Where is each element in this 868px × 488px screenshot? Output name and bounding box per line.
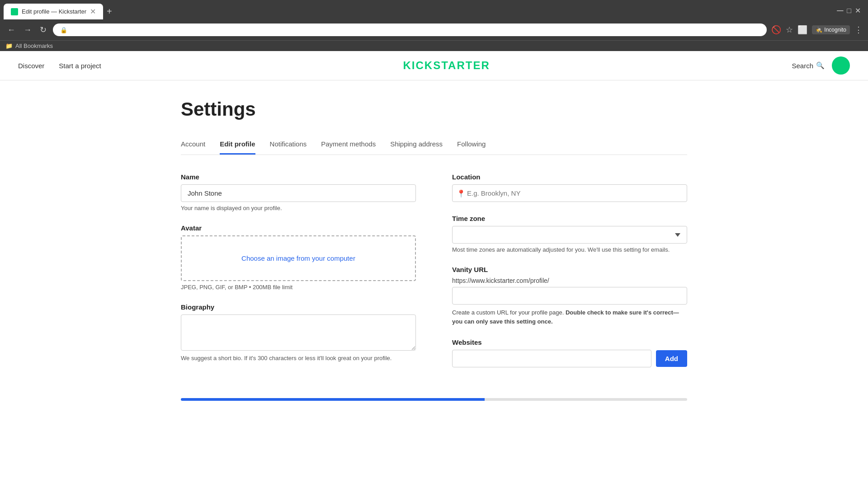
- user-avatar[interactable]: [832, 56, 850, 75]
- scroll-progress-bar: [181, 398, 687, 401]
- nav-left: Discover Start a project: [18, 62, 101, 70]
- bookmarks-label: All Bookmarks: [15, 42, 53, 49]
- search-label: Search: [792, 62, 813, 70]
- vanity-url-input[interactable]: [452, 287, 687, 305]
- nav-right: Search 🔍: [792, 56, 850, 75]
- incognito-badge: 🕵️ Incognito: [812, 25, 850, 34]
- biography-group: Biography We suggest a short bio. If it'…: [181, 303, 416, 361]
- websites-input[interactable]: [452, 350, 651, 367]
- avatar-hint: JPEG, PNG, GIF, or BMP • 200MB file limi…: [181, 284, 416, 291]
- avatar-upload-link[interactable]: Choose an image from your computer: [241, 254, 355, 262]
- maximize-button[interactable]: □: [847, 7, 851, 15]
- timezone-select[interactable]: [452, 226, 687, 244]
- search-button[interactable]: Search 🔍: [792, 61, 825, 70]
- avatar-group: Avatar Choose an image from your compute…: [181, 224, 416, 291]
- bookmarks-folder-icon: 📁: [5, 42, 13, 49]
- close-window-button[interactable]: ✕: [855, 6, 861, 15]
- close-tab-icon[interactable]: ✕: [90, 7, 96, 16]
- bookmark-icon[interactable]: ☆: [786, 25, 793, 35]
- discover-link[interactable]: Discover: [18, 62, 44, 70]
- name-hint: Your name is displayed on your profile.: [181, 205, 416, 211]
- bookmarks-bar: 📁 All Bookmarks: [0, 40, 868, 51]
- menu-icon[interactable]: ⋮: [854, 25, 863, 35]
- location-icon: 📍: [457, 189, 466, 197]
- lock-icon: 🔒: [60, 27, 67, 33]
- name-group: Name Your name is displayed on your prof…: [181, 173, 416, 211]
- browser-actions: 🚫 ☆ ⬜ 🕵️ Incognito ⋮: [771, 25, 863, 35]
- biography-hint: We suggest a short bio. If it's 300 char…: [181, 355, 416, 361]
- left-column: Name Your name is displayed on your prof…: [181, 173, 416, 380]
- tab-favicon: [11, 8, 18, 15]
- new-tab-button[interactable]: +: [103, 5, 116, 19]
- vanity-url-group: Vanity URL https://www.kickstarter.com/p…: [452, 266, 687, 326]
- name-input[interactable]: [181, 184, 416, 202]
- settings-container: Settings Account Edit profile Notificati…: [163, 80, 705, 437]
- biography-textarea[interactable]: [181, 314, 416, 351]
- avatar-upload-area[interactable]: Choose an image from your computer: [181, 235, 416, 281]
- browser-tab-active[interactable]: Edit profile — Kickstarter ✕: [4, 4, 103, 19]
- timezone-group: Time zone Most time zones are automatica…: [452, 215, 687, 253]
- tab-edit-profile[interactable]: Edit profile: [220, 135, 255, 155]
- address-bar[interactable]: 🔒 kickstarter.com/settings/profile: [53, 23, 767, 36]
- vanity-url-label: Vanity URL: [452, 266, 687, 273]
- page-title: Settings: [181, 99, 687, 120]
- minimize-button[interactable]: ─: [837, 5, 843, 16]
- location-input[interactable]: [452, 184, 687, 202]
- tab-title: Edit profile — Kickstarter: [22, 8, 86, 15]
- location-group: Location 📍: [452, 173, 687, 202]
- timezone-hint: Most time zones are automatically adjust…: [452, 246, 687, 253]
- vanity-url-hint-normal: Create a custom URL for your profile pag…: [452, 309, 566, 316]
- forward-button[interactable]: →: [22, 23, 33, 37]
- right-column: Location 📍 Time zone Most time zones are…: [452, 173, 687, 380]
- nav-bar: Discover Start a project KICKSTARTER Sea…: [0, 51, 868, 80]
- websites-label: Websites: [452, 338, 687, 346]
- tab-notifications[interactable]: Notifications: [270, 135, 307, 155]
- back-button[interactable]: ←: [5, 23, 17, 37]
- kickstarter-logo[interactable]: KICKSTARTER: [403, 59, 490, 72]
- timezone-label: Time zone: [452, 215, 687, 222]
- vanity-url-hint: Create a custom URL for your profile pag…: [452, 308, 687, 326]
- form-layout: Name Your name is displayed on your prof…: [181, 173, 687, 380]
- tab-shipping-address[interactable]: Shipping address: [390, 135, 443, 155]
- search-icon: 🔍: [816, 61, 825, 70]
- incognito-hat-icon: 🕵️: [816, 27, 822, 33]
- tablet-icon[interactable]: ⬜: [797, 25, 807, 35]
- websites-row: Add: [452, 350, 687, 367]
- location-label: Location: [452, 173, 687, 181]
- name-label: Name: [181, 173, 416, 181]
- add-website-button[interactable]: Add: [656, 350, 687, 367]
- location-input-wrapper: 📍: [452, 184, 687, 202]
- url-input[interactable]: kickstarter.com/settings/profile: [71, 26, 760, 33]
- avatar-label: Avatar: [181, 224, 416, 232]
- start-project-link[interactable]: Start a project: [59, 62, 101, 70]
- vanity-url-prefix: https://www.kickstarter.com/profile/: [452, 277, 687, 284]
- eye-off-icon[interactable]: 🚫: [771, 25, 781, 35]
- page-header: Discover Start a project KICKSTARTER Sea…: [0, 51, 868, 80]
- tab-account[interactable]: Account: [181, 135, 205, 155]
- settings-tabs: Account Edit profile Notifications Payme…: [181, 135, 687, 155]
- biography-label: Biography: [181, 303, 416, 311]
- websites-group: Websites Add: [452, 338, 687, 367]
- tab-payment-methods[interactable]: Payment methods: [321, 135, 376, 155]
- tab-following[interactable]: Following: [457, 135, 486, 155]
- reload-button[interactable]: ↻: [38, 23, 48, 37]
